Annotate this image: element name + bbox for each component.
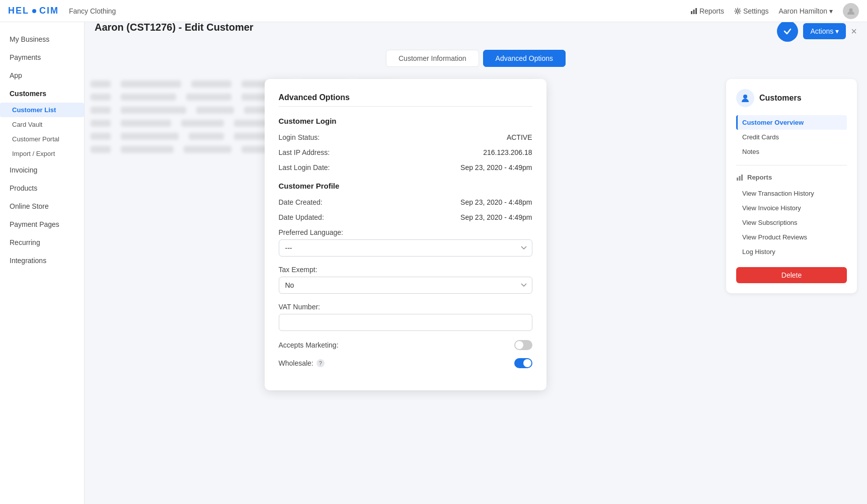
top-nav: HEL CIM Fancy Clothing Reports Settings … <box>0 0 867 22</box>
last-login-label: Last Login Date: <box>279 163 330 172</box>
rs-link-credit-cards[interactable]: Credit Cards <box>736 130 847 144</box>
modal-divider <box>279 106 532 107</box>
rs-label-log-history: Log History <box>742 248 775 256</box>
rs-link-view-subscriptions[interactable]: View Subscriptions <box>736 215 847 230</box>
sidebar-item-invoicing[interactable]: Invoicing <box>0 161 84 179</box>
rs-link-notes[interactable]: Notes <box>736 144 847 159</box>
settings-label: Settings <box>743 7 769 15</box>
date-created-value: Sep 23, 2020 - 4:48pm <box>460 198 532 206</box>
tab-customer-information[interactable]: Customer Information <box>386 50 479 67</box>
login-status-row: Login Status: ACTIVE <box>279 133 532 141</box>
wholesale-label: Wholesale: ? <box>279 359 325 367</box>
delete-button[interactable]: Delete <box>736 267 847 283</box>
svg-rect-0 <box>691 11 692 14</box>
sidebar-label-online-store: Online Store <box>10 202 49 210</box>
login-status-value: ACTIVE <box>507 133 532 141</box>
sidebar-label-integrations: Integrations <box>10 257 46 265</box>
actions-chevron-icon: ▾ <box>835 27 839 35</box>
last-login-row: Last Login Date: Sep 23, 2020 - 4:49pm <box>279 163 532 172</box>
rs-title: Customers <box>759 94 802 103</box>
main-content: Customers Aaron (CST1276) - Edit Custome… <box>85 0 867 400</box>
rs-link-customer-overview[interactable]: Customer Overview <box>736 115 847 130</box>
sidebar-label-customer-portal: Customer Portal <box>12 135 59 143</box>
sidebar-item-app[interactable]: App <box>0 66 84 85</box>
sidebar-item-online-store[interactable]: Online Store <box>0 197 84 215</box>
date-updated-value: Sep 23, 2020 - 4:49pm <box>460 213 532 221</box>
preferred-language-select[interactable]: --- English French Spanish <box>279 239 532 257</box>
accepts-marketing-toggle[interactable] <box>514 340 532 350</box>
rs-link-log-history[interactable]: Log History <box>736 244 847 259</box>
sidebar-item-card-vault[interactable]: Card Vault <box>0 117 84 132</box>
rs-label-credit-cards: Credit Cards <box>742 133 779 141</box>
sidebar: My Business Payments App Customers Custo… <box>0 22 85 400</box>
right-sidebar-card: Customers Customer Overview Credit Cards… <box>726 79 857 293</box>
last-login-value: Sep 23, 2020 - 4:49pm <box>460 163 532 172</box>
logo-dot <box>32 9 36 13</box>
sidebar-label-payments: Payments <box>10 53 41 61</box>
login-section-title: Customer Login <box>279 117 532 125</box>
close-button[interactable]: × <box>851 26 857 37</box>
svg-rect-2 <box>695 8 697 14</box>
sidebar-label-card-vault: Card Vault <box>12 121 42 128</box>
svg-point-5 <box>743 95 747 99</box>
bar-chart-icon <box>690 8 697 15</box>
sidebar-item-payments[interactable]: Payments <box>0 48 84 66</box>
sidebar-item-payment-pages[interactable]: Payment Pages <box>0 215 84 233</box>
actions-label: Actions <box>810 27 833 35</box>
last-ip-value: 216.123.206.18 <box>483 148 532 156</box>
rs-link-view-invoice-history[interactable]: View Invoice History <box>736 201 847 215</box>
advanced-options-card: Advanced Options Customer Login Login St… <box>265 79 546 390</box>
sidebar-label-payment-pages: Payment Pages <box>10 220 59 228</box>
modal-title: Advanced Options <box>279 93 532 102</box>
actions-button[interactable]: Actions ▾ <box>803 23 846 39</box>
sidebar-item-customers[interactable]: Customers <box>0 85 84 103</box>
rs-link-view-transaction-history[interactable]: View Transaction History <box>736 186 847 201</box>
tax-exempt-select[interactable]: No Yes <box>279 277 532 294</box>
sidebar-item-my-business[interactable]: My Business <box>0 30 84 48</box>
sidebar-item-customer-list[interactable]: Customer List <box>0 103 84 117</box>
date-updated-row: Date Updated: Sep 23, 2020 - 4:49pm <box>279 213 532 221</box>
rs-label-notes: Notes <box>742 148 759 155</box>
date-updated-label: Date Updated: <box>279 213 324 221</box>
sidebar-item-recurring[interactable]: Recurring <box>0 233 84 251</box>
sidebar-item-customer-portal[interactable]: Customer Portal <box>0 132 84 146</box>
last-ip-label: Last IP Address: <box>279 148 330 156</box>
sidebar-label-products: Products <box>10 184 37 192</box>
logo-text: HEL <box>8 6 29 16</box>
user-avatar[interactable] <box>843 3 859 19</box>
reports-section-icon <box>736 174 743 181</box>
page-title: Aaron (CST1276) - Edit Customer <box>95 22 254 33</box>
logo: HEL CIM <box>8 6 59 16</box>
sidebar-item-products[interactable]: Products <box>0 179 84 197</box>
svg-rect-1 <box>693 10 694 14</box>
rs-label-product-reviews: View Product Reviews <box>742 233 807 241</box>
rs-link-view-product-reviews[interactable]: View Product Reviews <box>736 230 847 244</box>
panel-layout: Advanced Options Customer Login Login St… <box>95 79 857 390</box>
wholesale-toggle[interactable] <box>514 358 532 368</box>
gear-icon <box>734 8 741 15</box>
settings-link[interactable]: Settings <box>734 7 769 15</box>
wholesale-row: Wholesale: ? <box>279 358 532 368</box>
chevron-down-icon: ▾ <box>829 7 833 15</box>
rs-label-transaction-history: View Transaction History <box>742 190 814 197</box>
accepts-marketing-row: Accepts Marketing: <box>279 340 532 350</box>
nav-right: Reports Settings Aaron Hamilton ▾ <box>690 3 859 19</box>
date-created-row: Date Created: Sep 23, 2020 - 4:48pm <box>279 198 532 206</box>
vat-number-input[interactable] <box>279 314 532 331</box>
tab-advanced-options[interactable]: Advanced Options <box>483 50 566 67</box>
tax-exempt-label: Tax Exempt: <box>279 266 532 274</box>
rs-header: Customers <box>736 89 847 107</box>
sidebar-label-customer-list: Customer List <box>12 106 56 114</box>
login-status-label: Login Status: <box>279 133 320 141</box>
sidebar-item-integrations[interactable]: Integrations <box>0 251 84 270</box>
vat-number-group: VAT Number: <box>279 303 532 331</box>
tax-exempt-group: Tax Exempt: No Yes <box>279 266 532 294</box>
wholesale-help-icon[interactable]: ? <box>317 359 325 367</box>
sidebar-item-import-export[interactable]: Import / Export <box>0 146 84 161</box>
reports-link[interactable]: Reports <box>690 7 724 15</box>
save-button[interactable] <box>777 21 798 42</box>
preferred-language-group: Preferred Language: --- English French S… <box>279 228 532 257</box>
company-name: Fancy Clothing <box>69 7 116 15</box>
user-menu[interactable]: Aaron Hamilton ▾ <box>779 7 833 15</box>
save-icon <box>783 27 792 36</box>
